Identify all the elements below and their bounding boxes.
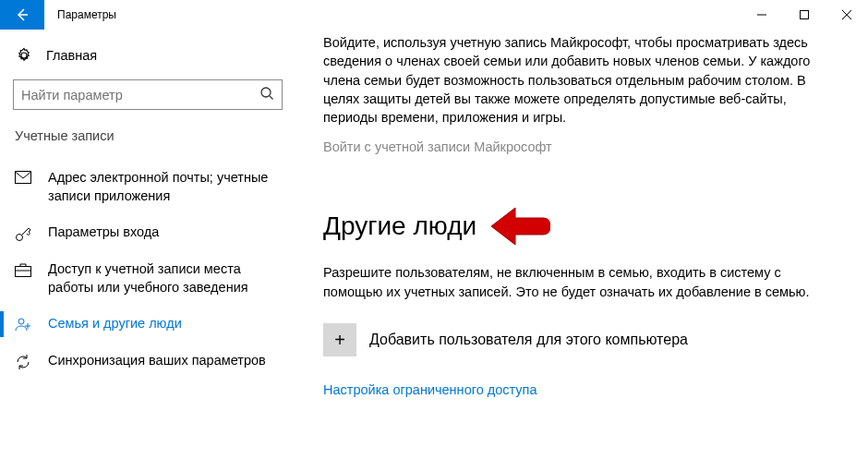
home-button[interactable]: Главная [15,46,283,65]
mail-icon [15,171,37,184]
sidebar-item-sync[interactable]: Синхронизация ваших параметров [13,343,283,380]
window-title: Параметры [44,0,741,30]
close-button[interactable] [826,0,868,30]
back-button[interactable] [0,0,44,30]
intro-text: Войдите, используя учетную запись Майкро… [323,33,813,127]
add-user-button[interactable]: + Добавить пользователя для этого компью… [323,323,842,356]
svg-point-5 [18,319,24,324]
sidebar-item-label: Доступ к учетной записи места работы или… [48,260,279,296]
content-pane: Войдите, используя учетную запись Майкро… [295,30,868,471]
svg-point-3 [17,235,23,241]
other-people-heading: Другие люди [323,211,476,241]
svg-point-1 [261,88,271,97]
sidebar-item-family[interactable]: Семья и другие люди [13,306,283,343]
minimize-icon [757,10,766,19]
restricted-access-link[interactable]: Настройка ограниченного доступа [323,382,842,397]
sidebar-item-label: Адрес электронной почты; учетные записи … [48,169,279,205]
svg-rect-2 [16,172,31,184]
minimize-button[interactable] [741,0,783,30]
search-field[interactable] [21,88,259,103]
add-user-label: Добавить пользователя для этого компьюте… [369,332,688,348]
sidebar-item-label: Семья и другие люди [48,315,182,333]
signin-link[interactable]: Войти с учетной записи Майкрософт [323,139,842,154]
other-people-desc: Разрешите пользователям, не включенным в… [323,263,813,301]
gear-icon [15,46,33,65]
search-input[interactable] [13,79,283,110]
sidebar-item-work-access[interactable]: Доступ к учетной записи места работы или… [13,251,283,306]
search-icon [259,86,274,104]
maximize-button[interactable] [783,0,826,30]
sidebar: Главная Учетные записи Адрес электронной… [0,30,295,471]
sidebar-item-label: Синхронизация ваших параметров [48,352,266,370]
key-icon [15,225,37,242]
sidebar-section-label: Учетные записи [13,128,283,143]
svg-rect-4 [16,267,31,277]
sync-icon [15,354,37,370]
home-label: Главная [46,48,97,63]
sidebar-item-label: Параметры входа [48,223,159,242]
sidebar-item-email[interactable]: Адрес электронной почты; учетные записи … [13,160,283,214]
plus-icon: + [323,323,356,356]
sidebar-item-signin-options[interactable]: Параметры входа [13,214,283,251]
people-icon [15,317,37,332]
maximize-icon [800,10,809,19]
svg-rect-0 [801,11,809,19]
close-icon [842,10,851,19]
red-arrow-icon [491,206,550,247]
arrow-left-icon [15,7,30,22]
briefcase-icon [15,262,37,277]
